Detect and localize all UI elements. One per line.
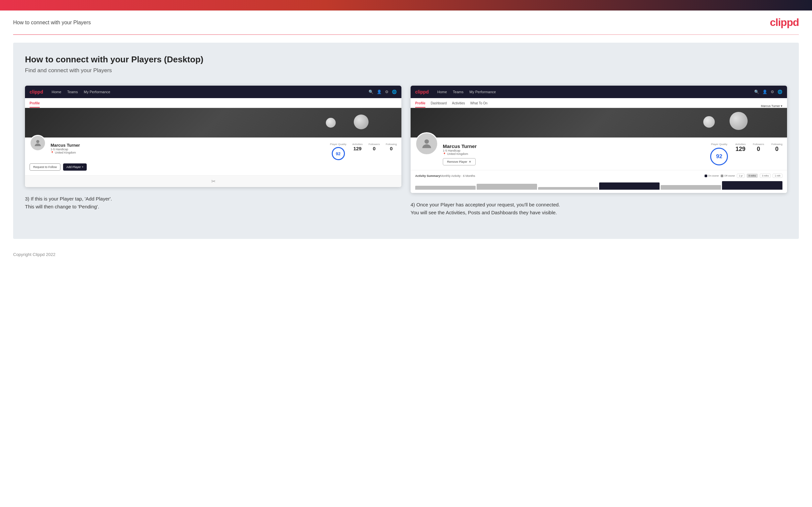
- activities-label-2: Activities: [735, 143, 746, 146]
- player-quality-group-1: Player Quality 92: [330, 143, 347, 160]
- on-course-dot: [705, 175, 707, 177]
- profile-name-1: Marcus Turner: [51, 143, 325, 148]
- following-group-1: Following 0: [386, 143, 397, 160]
- activity-period: Monthly Activity · 6 Months: [440, 174, 475, 177]
- bar-6: [722, 181, 782, 190]
- following-value-2: 0: [771, 146, 782, 153]
- off-course-dot: [721, 175, 723, 177]
- bar-4: [599, 182, 660, 190]
- profile-stats-right-2: Player Quality 92 Activities 129 Followe: [710, 143, 782, 165]
- nav-home-2[interactable]: Home: [437, 90, 447, 94]
- globe-icon-2[interactable]: 🌐: [777, 90, 782, 94]
- bar-2: [476, 184, 537, 190]
- tab-what-to-on-2[interactable]: What To On: [470, 101, 488, 108]
- settings-icon-2[interactable]: ⚙: [771, 90, 774, 94]
- nav-teams-1[interactable]: Teams: [67, 90, 78, 94]
- on-course-legend: On course: [705, 175, 719, 177]
- tab-profile-2[interactable]: Profile: [415, 101, 425, 108]
- followers-value-1: 0: [368, 146, 380, 151]
- bar-3: [538, 187, 599, 190]
- activities-value-1: 129: [352, 146, 363, 151]
- activity-controls: On course Off course 1 yr 6 mths 3 mths …: [705, 174, 782, 178]
- activity-header: Activity Summary Monthly Activity · 6 Mo…: [415, 174, 782, 178]
- add-player-button-1[interactable]: Add Player +: [63, 163, 87, 171]
- settings-icon-1[interactable]: ⚙: [385, 90, 389, 94]
- page-heading: How to connect with your Players (Deskto…: [25, 54, 787, 65]
- on-course-label: On course: [708, 175, 719, 177]
- globe-icon-1[interactable]: 🌐: [392, 90, 397, 94]
- screenshot-col-1: clippd Home Teams My Performance 🔍 👤 ⚙ 🌐…: [25, 86, 401, 217]
- player-quality-label-2: Player Quality: [710, 143, 728, 146]
- activities-group-2: Activities 129: [735, 143, 746, 165]
- app-banner-2: [411, 108, 787, 137]
- app-footer-bar-1: ✂: [25, 175, 401, 187]
- nav-home-1[interactable]: Home: [52, 90, 61, 94]
- period-1mth-btn[interactable]: 1 mth: [773, 174, 782, 178]
- bar-5: [661, 185, 721, 190]
- period-3mths-btn[interactable]: 3 mths: [760, 174, 771, 178]
- player-quality-group-2: Player Quality 92: [710, 143, 728, 165]
- period-6mths-btn[interactable]: 6 mths: [747, 174, 758, 178]
- player-quality-label-1: Player Quality: [330, 143, 347, 146]
- nav-performance-2[interactable]: My Performance: [469, 90, 496, 94]
- page-subheading: Find and connect with your Players: [25, 67, 787, 74]
- remove-player-button[interactable]: Remove Player ✕: [443, 158, 476, 165]
- quality-circle-2: 92: [710, 148, 728, 165]
- profile-handicap-1: 1-5 Handicap: [51, 148, 325, 151]
- name-dropdown-2[interactable]: Marcus Turner ▾: [761, 104, 782, 108]
- app-nav-2: clippd Home Teams My Performance 🔍 👤 ⚙ 🌐: [411, 86, 787, 98]
- app-logo-2: clippd: [415, 89, 429, 95]
- followers-value-2: 0: [753, 146, 764, 153]
- main-content: How to connect with your Players (Deskto…: [13, 43, 799, 239]
- banner-circle-4: [703, 116, 715, 128]
- app-mockup-2: clippd Home Teams My Performance 🔍 👤 ⚙ 🌐…: [411, 86, 787, 193]
- bar-1: [415, 186, 476, 190]
- period-1yr-btn[interactable]: 1 yr: [737, 174, 745, 178]
- chart-area: [415, 180, 782, 190]
- app-mockup-1: clippd Home Teams My Performance 🔍 👤 ⚙ 🌐…: [25, 86, 401, 187]
- tab-profile-1[interactable]: Profile: [30, 101, 40, 108]
- app-tabs-2: Profile Dashboard Activities What To On …: [411, 98, 787, 108]
- profile-buttons-1: Request to Follow Add Player +: [30, 163, 397, 171]
- tab-dashboard-2[interactable]: Dashboard: [430, 101, 447, 108]
- app-tabs-1: Profile: [25, 98, 401, 108]
- profile-country-2: 📍 United Kingdom: [443, 152, 706, 156]
- pin-icon-2: 📍: [443, 153, 446, 156]
- nav-teams-2[interactable]: Teams: [453, 90, 463, 94]
- followers-group-2: Followers 0: [753, 143, 764, 165]
- app-profile-section-2: Marcus Turner 1-5 Handicap 📍 United King…: [411, 137, 787, 170]
- search-icon-1[interactable]: 🔍: [368, 90, 373, 94]
- footer-text: Copyright Clippd 2022: [13, 252, 55, 257]
- profile-stats-right-1: Player Quality 92 Activities 129 Followe: [330, 143, 397, 160]
- footer: Copyright Clippd 2022: [0, 247, 812, 262]
- banner-circle2-1: [326, 118, 336, 128]
- scissors-icon-1: ✂: [211, 178, 215, 184]
- plus-icon-1: +: [82, 165, 84, 169]
- followers-label-2: Followers: [753, 143, 764, 146]
- user-icon-2[interactable]: 👤: [762, 90, 767, 94]
- user-icon-1[interactable]: 👤: [377, 90, 382, 94]
- profile-country-1: 📍 United Kingdom: [51, 151, 325, 154]
- pin-icon-1: 📍: [51, 151, 54, 154]
- svg-point-0: [36, 140, 39, 143]
- app-banner-1: [25, 108, 401, 137]
- clippd-logo: clippd: [770, 16, 799, 29]
- screenshot-col-2: clippd Home Teams My Performance 🔍 👤 ⚙ 🌐…: [411, 86, 787, 217]
- search-icon-2[interactable]: 🔍: [754, 90, 759, 94]
- app-avatar-2: [415, 132, 438, 155]
- tab-activities-2[interactable]: Activities: [452, 101, 465, 108]
- following-value-1: 0: [386, 146, 397, 151]
- app-profile-section-1: Marcus Turner 1-5 Handicap 📍 United King…: [25, 137, 401, 175]
- screenshots-row: clippd Home Teams My Performance 🔍 👤 ⚙ 🌐…: [25, 86, 787, 217]
- following-label-2: Following: [771, 143, 782, 146]
- following-label-1: Following: [386, 143, 397, 146]
- activities-value-2: 129: [735, 146, 746, 153]
- app-nav-right-2: 🔍 👤 ⚙ 🌐: [754, 90, 782, 94]
- caption-3: 3) If this is your Player tap, 'Add Play…: [25, 195, 401, 211]
- banner-circle-1: [354, 115, 368, 129]
- followers-label-1: Followers: [368, 143, 380, 146]
- request-follow-button-1[interactable]: Request to Follow: [30, 163, 60, 171]
- profile-name-2: Marcus Turner: [443, 144, 706, 149]
- nav-performance-1[interactable]: My Performance: [84, 90, 110, 94]
- svg-point-1: [424, 139, 429, 144]
